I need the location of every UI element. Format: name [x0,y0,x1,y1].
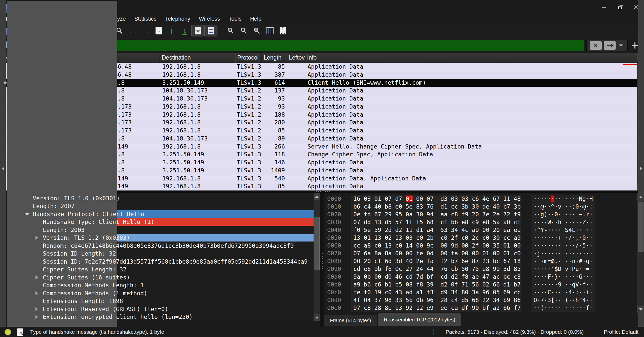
detail-row[interactable]: Extension: encrypted client hello (len=2… [0,313,320,321]
hex-bytes[interactable]: cd e6 9b f6 0c 27 24 44 76 cb 50 75 e8 9… [351,265,521,273]
pane-splitter-vertical[interactable] [320,193,324,327]
filter-history-button[interactable] [617,44,625,47]
hex-ascii[interactable]: ·······+ ·/·,·0·· [532,234,595,242]
expert-info-button[interactable] [4,329,12,335]
scroll-down-button[interactable] [314,314,320,321]
scrollbar-thumb[interactable] [314,217,320,270]
hex-row-0000[interactable]: 000016 03 01 07 d7 01 00 07 d3 03 03 c6 … [327,195,637,203]
menu-item-tools[interactable]: Tools [224,16,246,22]
scroll-up-button[interactable] [637,194,644,201]
go-first-packet-button[interactable]: ↑ [165,25,178,37]
hex-row-0090[interactable]: 0090cd e6 9b f6 0c 27 24 44 76 cb 50 75 … [327,265,637,273]
go-to-packet-button[interactable] [152,25,165,37]
column-header-info[interactable]: Info [305,53,637,63]
hex-ascii[interactable]: O·7·3[·· (··h"4·· [532,296,595,304]
collapsed-arrow-icon[interactable] [35,291,38,295]
hex-ascii[interactable]: ··g)··0· ··· ~.r· [532,211,595,218]
column-header-length[interactable]: Length [262,53,287,63]
hex-bytes[interactable]: 00 20 cf 6d 3d 40 2e fa f2 b7 6e 87 23 b… [351,257,521,265]
detail-row[interactable]: Random: c64e671148b6c440b8e05e8376d1cc3b… [0,242,320,250]
hex-bytes[interactable]: 07 dd 13 d5 57 1f f5 68 c1 bb e8 c9 e8 5… [351,218,521,226]
go-last-packet-button[interactable]: ↓ [178,25,191,37]
hex-row-0080[interactable]: 008000 20 cf 6d 3d 40 2e fa f2 b7 6e 87 … [327,257,637,265]
hex-bytes[interactable]: cc a8 c0 13 c0 14 00 9c 00 9d 00 2f 00 3… [351,242,521,250]
collapsed-arrow-icon[interactable] [35,307,38,311]
menu-item-statistics[interactable]: Statistics [130,16,161,22]
scrollbar-thumb[interactable] [638,202,643,252]
hex-ascii[interactable]: ····W··h ·····Z·· [532,218,595,226]
apply-filter-button[interactable] [604,41,616,50]
detail-row[interactable]: Handshake Type: Client Hello (1) [0,218,320,226]
expanded-arrow-icon[interactable] [25,213,29,216]
detail-row[interactable]: Cipher Suites Length: 32 [0,266,320,274]
column-header-protocol[interactable]: Protocol [235,53,262,63]
hex-row-0020[interactable]: 00200e fd 67 29 95 0a 30 94 aa c8 f9 20 … [327,211,637,218]
hex-ascii[interactable]: ········ ····Ng·H [532,195,595,203]
resize-columns-button[interactable] [263,25,276,37]
detail-row[interactable]: Extension: Reserved (GREASE) (len=0) [0,305,320,313]
hex-bytes[interactable]: a9 b6 c6 b1 b5 08 f8 39 d2 0f 71 56 02 6… [351,281,521,288]
scroll-up-button[interactable] [314,193,320,200]
display-columns-button[interactable] [276,25,289,37]
collapsed-arrow-icon[interactable] [35,236,38,240]
column-header-destination[interactable]: Destination [160,53,235,63]
hex-ascii[interactable]: ·^Y-···· S4L·· ·· [532,226,595,234]
hex-ascii[interactable]: ·····'$D v·Pu··=· [532,265,595,273]
detail-row[interactable]: Version: TLS 1.2 (0x0303) [0,234,320,242]
hex-row-00e0[interactable]: 00e097 c8 28 8e b3 92 12 e9 ee ca df 90 … [327,304,637,312]
hex-bytes[interactable]: 97 c8 28 8e b3 92 12 e9 ee ca df 90 bf a… [351,304,521,312]
hex-bytes[interactable]: 13 01 13 02 13 03 c0 2b c0 2f c0 2c c0 3… [351,234,521,242]
colorize-toggle[interactable] [204,25,217,36]
detail-row[interactable]: Version: TLS 1.0 (0x0301) [0,194,320,202]
hex-bytes[interactable]: 0e fd 67 29 95 0a 30 94 aa c8 f9 20 7e 2… [351,211,521,218]
hex-row-0030[interactable]: 003007 dd 13 d5 57 1f f5 68 c1 bb e8 c9 … [327,218,637,226]
profile-label[interactable]: Profile: Default [595,329,644,335]
tab-reassembled-tcp[interactable]: Reassembled TCP (2012 bytes) [378,313,461,326]
hex-ascii[interactable]: · ·m=@.· ··n·#·g· [532,257,595,265]
hex-row-00a0[interactable]: 00a09a 0b 00 d0 46 cd 7d bf cd d2 f8 ae … [327,273,637,281]
hex-bytes[interactable]: b6 c4 40 b8 e0 5e 83 76 d1 cc 3b 30 de 4… [351,203,521,211]
hex-row-00b0[interactable]: 00b0a9 b6 c6 b1 b5 08 f8 39 d2 0f 71 56 … [327,281,637,288]
hex-row-0070[interactable]: 007007 6a 8a 8a 00 00 fe 0d 00 fa 00 00 … [327,250,637,257]
hex-ascii[interactable]: ··(····· ······f· [532,304,595,312]
minimize-button[interactable] [596,0,612,14]
hex-bytes[interactable]: 07 6a 8a 8a 00 00 fe 0d 00 fa 00 00 01 0… [351,250,521,257]
tab-frame[interactable]: Frame (614 bytes) [324,315,377,326]
details-scrollbar[interactable] [314,193,320,321]
detail-row[interactable]: Length: 2007 [0,202,320,210]
hex-ascii[interactable]: ·j······ ········ [532,250,595,257]
zoom-reset-button[interactable] [250,25,263,37]
detail-row[interactable]: Length: 2003 [0,226,320,234]
detail-row[interactable]: Handshake Protocol: Client Hello [0,210,320,218]
auto-scroll-toggle[interactable] [191,25,204,36]
column-header-leftover[interactable]: Leftov [287,53,305,63]
hex-ascii[interactable]: ··@··^·v ··;0·@·; [532,203,595,211]
hex-row-0060[interactable]: 0060cc a8 c0 13 c0 14 00 9c 00 9d 00 2f … [327,242,637,250]
bytes-scrollbar[interactable] [637,194,644,313]
collapsed-arrow-icon[interactable] [35,315,38,319]
clear-filter-button[interactable] [590,41,602,50]
detail-row[interactable]: Compression Methods Length: 1 [0,281,320,290]
hex-row-0010[interactable]: 0010b6 c4 40 b8 e0 5e 83 76 d1 cc 3b 30 … [327,203,637,211]
hex-bytes[interactable]: 16 03 01 07 d7 01 00 07 d3 03 03 c6 4e 6… [351,195,521,203]
hex-bytes[interactable]: f0 5e 59 2d d2 11 d1 a4 53 34 4c a9 00 2… [351,226,521,234]
detail-row[interactable]: Compression Methods (1 method) [0,289,320,297]
hex-row-0050[interactable]: 005013 01 13 02 13 03 c0 2b c0 2f c0 2c … [327,234,637,242]
menu-item-help[interactable]: Help [246,16,266,22]
hex-row-00d0[interactable]: 00d04f 04 37 98 33 5b 0b 96 28 c4 d5 68 … [327,296,637,304]
detail-row[interactable]: Session ID: 7e2e72f907dd13d5571ff568c1bb… [0,258,320,266]
menu-item-wireless[interactable]: Wireless [195,16,224,22]
collapsed-arrow-icon[interactable] [35,275,38,279]
hex-bytes[interactable]: 9a 0b 00 d0 46 cd 7d bf cd d2 f8 ae 47 a… [351,273,521,281]
detail-row[interactable]: Cipher Suites (16 suites) [0,273,320,281]
capture-comment-button[interactable] [16,328,24,336]
scroll-down-button[interactable] [637,306,644,313]
detail-row[interactable]: Extensions Length: 1898 [0,297,320,305]
restore-button[interactable] [612,0,628,14]
zoom-out-button[interactable] [237,25,250,37]
hex-ascii[interactable]: ····F·}· ····G··· [532,273,595,281]
zoom-in-button[interactable] [224,25,237,37]
go-forward-button[interactable]: → [139,25,152,37]
hex-bytes[interactable]: 4f 04 37 98 33 5b 0b 96 28 c4 d5 68 22 3… [351,296,521,304]
hex-row-0040[interactable]: 0040f0 5e 59 2d d2 11 d1 a4 53 34 4c a9 … [327,226,637,234]
